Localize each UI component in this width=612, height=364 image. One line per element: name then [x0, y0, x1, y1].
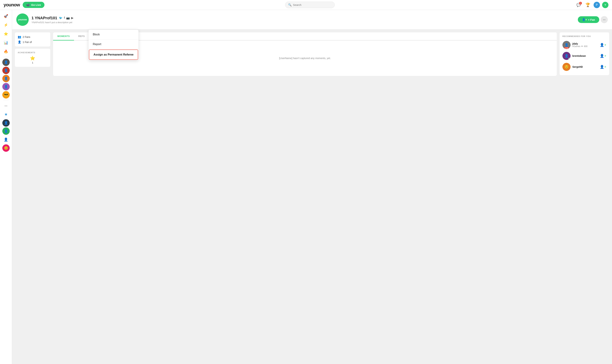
- user-avatar[interactable]: Y: [602, 2, 609, 8]
- dropdown-menu: Block Report Assign as Permanent Referee: [89, 30, 139, 60]
- profile-social-icons: 🐦 f 📷 ▶: [59, 16, 73, 20]
- partner-icon: P: [596, 3, 598, 7]
- sidebar-avatar-3[interactable]: 👤: [2, 75, 10, 82]
- fan-label: + Fan: [588, 18, 595, 21]
- rec-info-sergehd: SergeHD: [572, 65, 598, 68]
- rec-name-brentobean[interactable]: brentobean: [572, 54, 598, 57]
- live-badge: LIVE: [564, 47, 569, 49]
- avatar-placeholder-1: 👤: [2, 59, 10, 66]
- fan-of-stat: 👤 1 Fan of: [18, 40, 47, 44]
- profile-description: YNAProf101 hasn't put a description yet: [31, 21, 575, 24]
- avatar-placeholder-7: 👤: [2, 127, 10, 135]
- star-icon: ⭐: [4, 32, 8, 36]
- topnav-right: 💬 1 🏆 P Y: [575, 1, 609, 9]
- dropdown-item-block[interactable]: Block: [89, 30, 139, 39]
- golive-label: Go Live: [31, 3, 41, 6]
- trophy-icon: 🏆: [585, 3, 590, 7]
- sidebar-avatar-5[interactable]: 😎: [2, 91, 10, 99]
- stats-card: 👥 2 Fans 👤 1 Fan of: [15, 32, 50, 47]
- search-bar: 🔍: [285, 1, 335, 8]
- rec-avatar-sergehd[interactable]: 😊: [562, 63, 570, 71]
- follow-button-jdaly[interactable]: 👤+: [600, 43, 606, 47]
- facebook-icon[interactable]: f: [64, 16, 65, 20]
- sidebar-avatar-6[interactable]: 👤: [2, 119, 10, 127]
- viewer-count-jdaly: 600: [584, 45, 587, 48]
- rec-sub-jdaly: #Games 👁 600: [572, 45, 598, 48]
- sidebar-avatar-2[interactable]: 👤: [2, 67, 10, 74]
- sidebar-item-activity[interactable]: ⚡: [2, 21, 10, 29]
- avatar-placeholder-3: 👤: [2, 75, 10, 82]
- dropdown-item-report[interactable]: Report: [89, 39, 139, 49]
- hashtag-label-jdaly: #Games: [572, 45, 580, 48]
- sidebar-item-more[interactable]: ···: [2, 102, 10, 110]
- fan-icon: 👤+: [582, 18, 587, 21]
- sidebar-avatar-8[interactable]: 😊: [2, 144, 10, 152]
- fans-icon: 👥: [18, 35, 21, 39]
- sidebar-avatar-1[interactable]: 👤: [2, 59, 10, 66]
- search-input[interactable]: [293, 3, 332, 6]
- special-star-icon: ★: [4, 112, 8, 117]
- follow-button-brentobean[interactable]: 👤+: [600, 54, 606, 58]
- sidebar: 🚀 ⚡ ⭐ 📊 🔥 👤 👤 👤 👤 😎 ··: [0, 10, 12, 364]
- ellipsis-icon: ···: [603, 18, 605, 22]
- sidebar-item-trending[interactable]: 🔥: [2, 47, 10, 55]
- follow-icon-brentobean: 👤+: [600, 54, 606, 58]
- main-content: younow 1 YNAProf101 🐦 f 📷 ▶ YNAProf101 h…: [12, 10, 612, 364]
- more-icon: ···: [4, 104, 7, 108]
- profile-avatar-text: younow: [18, 18, 27, 21]
- rec-name-sergehd[interactable]: SergeHD: [572, 65, 598, 68]
- sidebar-item-user[interactable]: 👤: [2, 135, 10, 144]
- follow-button-sergehd[interactable]: 👤+: [600, 65, 606, 69]
- rec-name-jdaly[interactable]: jdaly: [572, 42, 598, 45]
- fans-stat: 👥 2 Fans: [18, 35, 47, 39]
- sidebar-avatar-7[interactable]: 👤: [2, 127, 10, 135]
- sidebar-item-explore[interactable]: 🚀: [2, 12, 10, 20]
- rec-item-jdaly: 👤 LIVE jdaly #Games 👁 600: [562, 39, 606, 51]
- dropdown-item-assign-referee[interactable]: Assign as Permanent Referee: [89, 50, 138, 60]
- rec-item-brentobean: 👤 brentobean 👤+: [562, 51, 606, 61]
- recommended-title: RECOMMENDED FOR YOU: [562, 35, 606, 37]
- youtube-icon[interactable]: ▶: [71, 16, 73, 20]
- topnav-left: younow 📹 Go Live: [3, 2, 44, 8]
- sidebar-divider-1: [3, 57, 9, 57]
- sidebar-item-bar-chart[interactable]: 📊: [2, 39, 10, 47]
- avatar-placeholder-5: 😎: [2, 91, 10, 99]
- more-options-button[interactable]: ···: [601, 16, 608, 23]
- twitter-icon[interactable]: 🐦: [59, 16, 63, 20]
- profile-header: younow 1 YNAProf101 🐦 f 📷 ▶ YNAProf101 h…: [12, 10, 612, 29]
- achievement-count: 1: [32, 61, 33, 64]
- follow-icon-sergehd: 👤+: [600, 65, 606, 69]
- assign-referee-label: Assign as Permanent Referee: [94, 53, 134, 56]
- trophy-button[interactable]: 🏆: [584, 1, 591, 9]
- sidebar-divider-2: [3, 100, 9, 100]
- notifications-button[interactable]: 💬 1: [575, 1, 582, 9]
- recommended-card: RECOMMENDED FOR YOU 👤 LIVE jdaly #Games …: [560, 32, 609, 75]
- sidebar-avatar-4[interactable]: 👤: [2, 83, 10, 90]
- fan-of-icon: 👤: [18, 40, 21, 44]
- partner-button[interactable]: P: [594, 2, 600, 8]
- user-icon: 👤: [4, 137, 8, 142]
- profile-actions: 👤+ + Fan ···: [578, 16, 608, 23]
- top-navigation: younow 📹 Go Live 🔍 💬 1 🏆 P Y: [0, 0, 612, 10]
- fan-button[interactable]: 👤+ + Fan: [578, 16, 599, 23]
- tab-moments[interactable]: MOMENTS: [53, 32, 74, 40]
- golive-button[interactable]: 📹 Go Live: [23, 2, 44, 8]
- avatar-label: Y: [605, 3, 606, 6]
- rec-avatar-brentobean[interactable]: 👤: [562, 52, 570, 60]
- sidebar-item-favorites[interactable]: ⭐: [2, 30, 10, 38]
- profile-name-row: 1 YNAProf101 🐦 f 📷 ▶: [31, 16, 575, 20]
- profile-username: 1 YNAProf101: [31, 16, 57, 20]
- search-icon: 🔍: [288, 3, 292, 7]
- tab-refs[interactable]: REFS: [74, 32, 89, 40]
- main-layout: 🚀 ⚡ ⭐ 📊 🔥 👤 👤 👤 👤 😎 ··: [0, 10, 612, 364]
- report-label: Report: [93, 43, 101, 46]
- instagram-icon[interactable]: 📷: [66, 16, 70, 20]
- rec-info-brentobean: brentobean: [572, 54, 598, 57]
- avatar-placeholder-8: 😊: [2, 144, 10, 152]
- logo[interactable]: younow: [3, 2, 20, 8]
- sidebar-item-star-special[interactable]: ★: [2, 110, 10, 118]
- rec-info-jdaly: jdaly #Games 👁 600: [572, 42, 598, 48]
- rec-avatar-jdaly[interactable]: 👤 LIVE: [562, 41, 570, 49]
- achievements-title: ACHIEVEMENTS: [18, 52, 47, 53]
- achievement-star-icon: ⭐: [30, 56, 35, 61]
